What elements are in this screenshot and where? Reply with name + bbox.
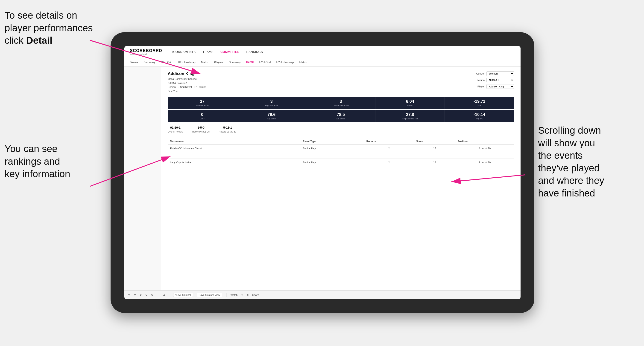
row1-position: 4 out of 20 xyxy=(455,145,514,152)
main-content: Addison King Mesa Community College NJCA… xyxy=(124,67,520,290)
powered-by: Powered by clippd xyxy=(130,53,162,55)
table-row: Lady Coyote Invite Stroke Play 2 16 7 ou… xyxy=(168,159,514,166)
player-header: Addison King Mesa Community College NJCA… xyxy=(168,71,514,93)
gender-select[interactable]: Women Men xyxy=(486,71,514,76)
stat-label-par: Avg Score to Par xyxy=(377,118,443,120)
stat-label-sos: SoS xyxy=(446,104,512,107)
subnav-matrix[interactable]: Matrix xyxy=(201,60,209,65)
stat-value-par: 27.8 xyxy=(377,112,443,117)
subnav-h2h-heatmap[interactable]: H2H Heatmap xyxy=(178,60,196,65)
subnav-summary[interactable]: Summary xyxy=(144,60,155,65)
annotation-r-line4: they've played xyxy=(538,163,600,173)
stat-avg-sg: -10.14 Avg SG xyxy=(445,110,514,122)
subnav-h2h-grid2[interactable]: H2H Grid xyxy=(259,60,271,65)
row3-rounds: 2 xyxy=(364,159,414,166)
stat-value-adj: 78.5 xyxy=(308,112,374,117)
undo-button[interactable]: ↺ xyxy=(128,293,130,296)
stat-value-regional: 3 xyxy=(239,99,304,104)
subnav-h2h-heatmap2[interactable]: H2H Heatmap xyxy=(276,60,294,65)
col-event-type: Event Type xyxy=(300,138,364,145)
player-select[interactable]: Addison King xyxy=(486,84,514,89)
toolbar-icon6[interactable]: □ xyxy=(241,294,243,296)
toolbar-icon1[interactable]: ⊕ xyxy=(140,293,142,296)
stat-avg-score: 79.6 Avg Score xyxy=(237,110,306,122)
toolbar-icon4[interactable]: ◫ xyxy=(157,293,159,296)
nav-teams[interactable]: TEAMS xyxy=(203,49,214,54)
tablet-frame: SCOREBOARD Powered by clippd TOURNAMENTS… xyxy=(110,32,534,313)
annotation-r-line1: Scrolling down xyxy=(538,125,601,136)
subnav-teams[interactable]: Teams xyxy=(130,60,138,65)
sub-nav: Teams Summary H2H Grid H2H Heatmap Matri… xyxy=(124,58,520,67)
stat-value-sos: -19.71 xyxy=(446,99,512,104)
row2-tournament xyxy=(168,152,300,159)
stat-regional-rank: 3 Regional Rank xyxy=(237,97,306,109)
row2-event-type xyxy=(300,152,364,159)
sidebar xyxy=(124,67,161,290)
subnav-summary2[interactable]: Summary xyxy=(229,60,240,65)
top-nav: SCOREBOARD Powered by clippd TOURNAMENTS… xyxy=(124,46,520,58)
row3-tournament: Lady Coyote Invite xyxy=(168,159,300,166)
content-area: Addison King Mesa Community College NJCA… xyxy=(161,67,520,290)
scoreboard-logo: SCOREBOARD Powered by clippd xyxy=(130,48,162,55)
nav-items: TOURNAMENTS TEAMS COMMITTEE RANKINGS xyxy=(171,49,263,54)
record-top50-value: 5-11-1 xyxy=(219,126,236,129)
row1-rounds: 2 xyxy=(364,145,414,152)
annotation-r-line2: will show you xyxy=(538,138,595,148)
annotation-detail-bold: Detail xyxy=(26,35,52,46)
toolbar-icon3[interactable]: ⊙ xyxy=(151,293,153,296)
record-top25-value: 1-5-0 xyxy=(192,126,210,129)
row1-event-type: Stroke Play xyxy=(300,145,364,152)
player-school: Mesa Community College xyxy=(168,77,206,81)
player-control: Player Addison King xyxy=(478,84,514,89)
stat-label-points: Points xyxy=(377,104,443,107)
annotation-r-line5: and where they xyxy=(538,175,604,186)
table-row xyxy=(168,152,514,159)
subnav-detail[interactable]: Detail xyxy=(246,60,254,65)
subnav-players[interactable]: Players xyxy=(214,60,223,65)
share-button[interactable]: Share xyxy=(252,294,259,296)
subnav-h2h-grid[interactable]: H2H Grid xyxy=(161,60,172,65)
player-info: Addison King Mesa Community College NJCA… xyxy=(168,71,206,93)
col-rounds: Rounds xyxy=(364,138,414,145)
record-overall: 91-20-1 Overall Record xyxy=(168,126,183,133)
record-top50: 5-11-1 Record vs top 50 xyxy=(219,126,236,133)
annotation-line1: To see details on xyxy=(4,10,77,21)
record-overall-value: 91-20-1 xyxy=(168,126,183,129)
nav-committee[interactable]: COMMITTEE xyxy=(220,49,240,54)
stat-value-sg: -10.14 xyxy=(446,112,512,117)
toolbar-icon5[interactable]: ⊞ xyxy=(163,293,165,296)
redo-button[interactable]: ↻ xyxy=(134,293,136,296)
record-top50-label: Record vs top 50 xyxy=(219,131,236,133)
toolbar-icon7[interactable]: ⊞ xyxy=(246,293,248,296)
stats-row2: 0 Wins 79.6 Avg Score 78.5 Adj Score 27.… xyxy=(168,110,514,122)
nav-tournaments[interactable]: TOURNAMENTS xyxy=(171,49,196,54)
watch-button[interactable]: Watch xyxy=(230,294,238,296)
player-division: NJCAA Division 1 xyxy=(168,81,206,85)
toolbar-sep1: | xyxy=(168,293,170,297)
annotation-right: Scrolling down will show you the events … xyxy=(538,124,640,200)
record-overall-label: Overall Record xyxy=(168,131,183,133)
stat-value-wins: 0 xyxy=(170,112,235,117)
save-custom-button[interactable]: Save Custom View xyxy=(197,293,222,297)
stat-label-national: National Rank xyxy=(170,104,235,107)
row2-position xyxy=(455,152,514,159)
row1-score: 17 xyxy=(414,145,455,152)
stats-row1: 37 National Rank 3 Regional Rank 3 Confe… xyxy=(168,97,514,109)
stat-label-sg: Avg SG xyxy=(446,118,512,120)
division-select[interactable]: NJCAA I NJCAA II xyxy=(486,78,514,82)
bottom-toolbar: ↺ ↻ ⊕ ⊖ ⊙ ◫ ⊞ | View: Original Save Cust… xyxy=(124,290,520,299)
col-position: Position xyxy=(455,138,514,145)
annotation-bottom-left: You can see rankings and key information xyxy=(4,143,92,180)
division-control: Division NJCAA I NJCAA II xyxy=(476,78,514,82)
toolbar-icon2[interactable]: ⊖ xyxy=(145,293,148,296)
stat-label-conference: Conference Rank xyxy=(308,104,374,107)
gender-label: Gender xyxy=(476,72,484,75)
row3-score: 16 xyxy=(414,159,455,166)
stat-avg-par: 27.8 Avg Score to Par xyxy=(376,110,445,122)
stat-points: 6.04 Points xyxy=(376,97,445,109)
view-original-button[interactable]: View: Original xyxy=(173,293,193,297)
nav-rankings[interactable]: RANKINGS xyxy=(246,49,263,54)
annotation-r-line6: have finished xyxy=(538,188,595,198)
records-row: 91-20-1 Overall Record 1-5-0 Record vs t… xyxy=(168,126,514,133)
subnav-matrix2[interactable]: Matrix xyxy=(300,60,307,65)
